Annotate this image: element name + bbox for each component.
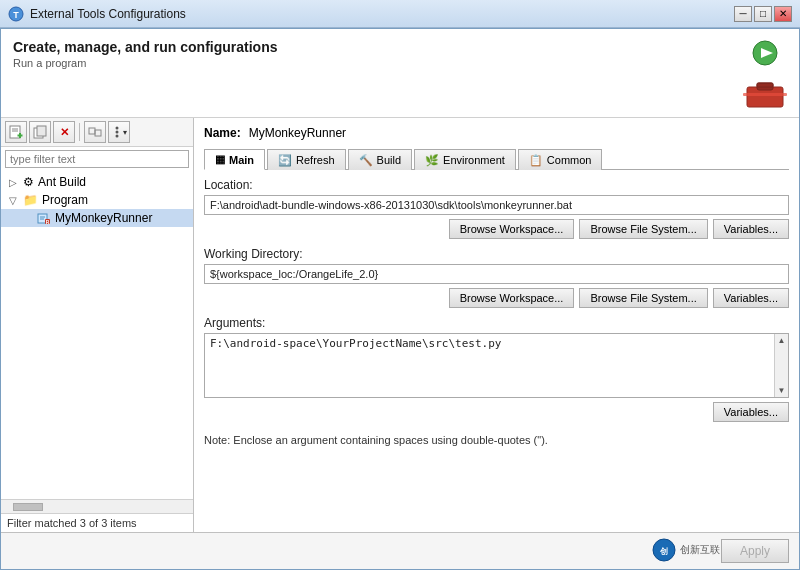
filter-status: Filter matched 3 of 3 items	[1, 513, 193, 532]
arguments-variables-button[interactable]: Variables...	[713, 402, 789, 422]
build-tab-label: Build	[377, 154, 401, 166]
minimize-button[interactable]: ─	[734, 6, 752, 22]
location-label: Location:	[204, 178, 789, 192]
header-title: Create, manage, and run configurations	[13, 39, 278, 55]
tree-expand-icon: ▷	[9, 177, 19, 188]
maximize-button[interactable]: □	[754, 6, 772, 22]
svg-point-18	[115, 131, 118, 134]
arguments-textarea-wrap: ▲ ▼	[204, 333, 789, 398]
horizontal-scrollbar[interactable]	[1, 499, 193, 513]
scroll-up-icon[interactable]: ▲	[776, 334, 788, 347]
watermark: 创 创新互联	[652, 538, 720, 562]
title-bar: T External Tools Configurations ─ □ ✕	[0, 0, 800, 28]
ant-icon: ⚙	[23, 175, 34, 189]
folder-icon: 📁	[23, 193, 38, 207]
config-icon: R	[37, 211, 51, 225]
workdir-variables-button[interactable]: Variables...	[713, 288, 789, 308]
svg-rect-14	[37, 126, 46, 136]
body-split: ✕ ▾ ▷ ⚙ Ant Build	[1, 118, 799, 532]
right-panel: Name: MyMonkeyRunner ▦ Main 🔄 Refresh 🔨 …	[194, 118, 799, 532]
more-button[interactable]: ▾	[108, 121, 130, 143]
toolbar: ✕ ▾	[1, 118, 193, 147]
briefcase-icon	[743, 77, 787, 109]
apply-button[interactable]: Apply	[721, 539, 789, 563]
common-tab-icon: 📋	[529, 154, 543, 167]
workdir-browse-workspace-button[interactable]: Browse Workspace...	[449, 288, 575, 308]
svg-rect-16	[95, 130, 101, 136]
refresh-tab-label: Refresh	[296, 154, 335, 166]
toolbar-separator	[79, 123, 80, 141]
working-directory-section: Working Directory: Browse Workspace... B…	[204, 247, 789, 308]
arguments-scrollbar[interactable]: ▲ ▼	[774, 334, 788, 397]
name-value: MyMonkeyRunner	[249, 126, 346, 140]
window-controls: ─ □ ✕	[734, 6, 792, 22]
tree-label: MyMonkeyRunner	[55, 211, 152, 225]
arguments-section: Arguments: ▲ ▼ Variables...	[204, 316, 789, 422]
environment-tab-icon: 🌿	[425, 154, 439, 167]
name-label: Name:	[204, 126, 241, 140]
arguments-label: Arguments:	[204, 316, 789, 330]
svg-text:T: T	[13, 10, 19, 20]
svg-point-19	[115, 135, 118, 138]
scroll-down-icon[interactable]: ▼	[776, 384, 788, 397]
svg-rect-7	[743, 93, 787, 96]
tree-item-ant-build[interactable]: ▷ ⚙ Ant Build	[1, 173, 193, 191]
header-text: Create, manage, and run configurations R…	[13, 39, 278, 69]
filter-input[interactable]	[5, 150, 189, 168]
window-title: External Tools Configurations	[30, 7, 728, 21]
header-subtitle: Run a program	[13, 57, 278, 69]
main-tab-icon: ▦	[215, 153, 225, 166]
location-section: Location: Browse Workspace... Browse Fil…	[204, 178, 789, 239]
svg-text:创: 创	[659, 547, 668, 556]
tabs: ▦ Main 🔄 Refresh 🔨 Build 🌿 Environment 📋	[204, 148, 789, 170]
tree-expand-icon: ▽	[9, 195, 19, 206]
common-tab-label: Common	[547, 154, 592, 166]
svg-point-17	[115, 127, 118, 130]
tab-environment[interactable]: 🌿 Environment	[414, 149, 516, 170]
header-section: Create, manage, and run configurations R…	[1, 29, 799, 118]
tab-common[interactable]: 📋 Common	[518, 149, 603, 170]
working-dir-label: Working Directory:	[204, 247, 789, 261]
tree-item-program[interactable]: ▽ 📁 Program	[1, 191, 193, 209]
watermark-text: 创新互联	[680, 543, 720, 557]
app-icon: T	[8, 6, 24, 22]
tree-label: Program	[42, 193, 88, 207]
workdir-browse-filesystem-button[interactable]: Browse File System...	[579, 288, 707, 308]
tab-build[interactable]: 🔨 Build	[348, 149, 412, 170]
tree-label: Ant Build	[38, 175, 86, 189]
main-window: Create, manage, and run configurations R…	[0, 28, 800, 570]
arguments-textarea[interactable]	[205, 334, 788, 394]
working-dir-input[interactable]	[204, 264, 789, 284]
svg-rect-15	[89, 128, 95, 134]
arguments-buttons: Variables...	[204, 402, 789, 422]
working-dir-buttons: Browse Workspace... Browse File System..…	[204, 288, 789, 308]
close-button[interactable]: ✕	[774, 6, 792, 22]
tree-area: ▷ ⚙ Ant Build ▽ 📁 Program ▷	[1, 171, 193, 499]
environment-tab-label: Environment	[443, 154, 505, 166]
new-config-button[interactable]	[5, 121, 27, 143]
delete-config-button[interactable]: ✕	[53, 121, 75, 143]
left-panel: ✕ ▾ ▷ ⚙ Ant Build	[1, 118, 194, 532]
watermark-icon: 创	[652, 538, 676, 562]
name-row: Name: MyMonkeyRunner	[204, 126, 789, 140]
build-tab-icon: 🔨	[359, 154, 373, 167]
main-tab-label: Main	[229, 154, 254, 166]
location-variables-button[interactable]: Variables...	[713, 219, 789, 239]
copy-config-button[interactable]	[29, 121, 51, 143]
run-icon	[747, 39, 783, 75]
location-browse-filesystem-button[interactable]: Browse File System...	[579, 219, 707, 239]
collapse-all-button[interactable]	[84, 121, 106, 143]
location-browse-workspace-button[interactable]: Browse Workspace...	[449, 219, 575, 239]
refresh-tab-icon: 🔄	[278, 154, 292, 167]
bottom-bar: Apply 创 创新互联	[1, 532, 799, 569]
tab-refresh[interactable]: 🔄 Refresh	[267, 149, 346, 170]
location-buttons: Browse Workspace... Browse File System..…	[204, 219, 789, 239]
more-arrow: ▾	[123, 128, 127, 137]
tree-item-mymonkeyrunner[interactable]: ▷ R MyMonkeyRunner	[1, 209, 193, 227]
tree-expand-icon: ▷	[23, 213, 33, 224]
location-input[interactable]	[204, 195, 789, 215]
tab-main[interactable]: ▦ Main	[204, 149, 265, 170]
note-text: Note: Enclose an argument containing spa…	[204, 434, 789, 446]
svg-text:R: R	[46, 219, 50, 225]
